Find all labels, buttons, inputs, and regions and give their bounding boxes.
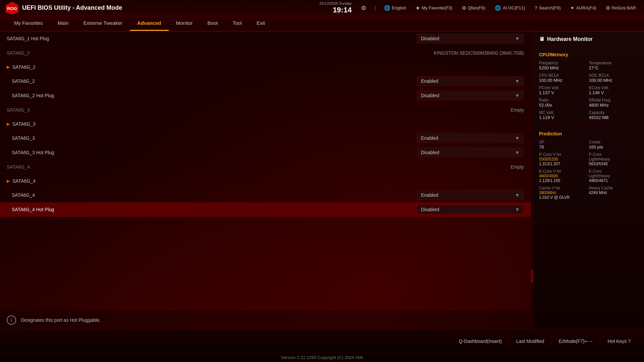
sata6g3-hotplug-value: Disabled <box>421 150 439 155</box>
nav-favorites[interactable]: My Favorites <box>7 16 50 31</box>
hw-freq-value: 5200 MHz <box>539 65 589 70</box>
section-sata6g2[interactable]: ▶ SATA6G_2 <box>0 60 531 74</box>
footer: Q-Dashboard(Insert) Last Modified EzMode… <box>0 329 644 353</box>
hw-col-socbclk: SOC BCLK 100.00 MHz <box>589 73 639 83</box>
sata6g1-hotplug-dropdown[interactable]: Disabled ▼ <box>417 34 524 44</box>
hw-ecore-v-for-freq: 4600/4600 <box>539 174 589 178</box>
hw-col-mcvolt: MC Volt. 1.119 V <box>539 110 589 120</box>
tool-aura[interactable]: ✦ AURA(F4) <box>568 4 599 12</box>
hw-cache-v-for-freq: 3800MHz <box>539 190 589 195</box>
sata6g4-dropdown[interactable]: Enabled ▼ <box>417 190 524 200</box>
hw-heavy-cache-value: 4249 MHz <box>589 190 639 195</box>
hw-pcore-lh-value: 5633/5345 <box>589 162 639 166</box>
hw-pcore-v-for-value: 1.313/1.207 <box>539 162 589 166</box>
sata6g2-label: SATA6G_2 <box>12 78 417 84</box>
sata6g2-hotplug-value: Disabled <box>421 93 439 98</box>
hw-pcore-v-for-label: P-Core V for <box>539 152 589 157</box>
footer-container: Q-Dashboard(Insert) Last Modified EzMode… <box>0 329 644 362</box>
sata6g3-hotplug-dropdown[interactable]: Disabled ▼ <box>417 147 524 158</box>
setting-sata6g4-info: SATA6G_4 Empty <box>0 160 531 174</box>
scrollbar-track[interactable] <box>531 32 533 329</box>
section-sata6g3[interactable]: ▶ SATA6G_3 <box>0 117 531 131</box>
hw-cooler-value: 165 pts <box>589 144 639 149</box>
tool-search[interactable]: ? Search(F9) <box>532 4 563 12</box>
nav-exit[interactable]: Exit <box>249 16 272 31</box>
sata6g2-info-label: SATA6G_2 <box>7 50 434 56</box>
hw-heavy-cache-label: Heavy Cache <box>589 186 639 190</box>
hw-ecorevolt-label: ECore Volt. <box>589 85 639 90</box>
footer-buttons: Q-Dashboard(Insert) Last Modified EzMode… <box>452 336 637 347</box>
hw-monitor-title-text: Hardware Monitor <box>547 36 593 42</box>
nav-monitor[interactable]: Monitor <box>169 16 200 31</box>
resize-icon: ⚙ <box>606 5 610 11</box>
hw-row-cache-v: Cache V for 3800MHz 1.010 V @ DLVR Heavy… <box>539 186 639 200</box>
section-sata6g4[interactable]: ▶ SATA6G_4 <box>0 174 531 188</box>
version-text: Version 2.22.1295 Copyright (C) 2024 AMI <box>281 355 363 360</box>
nav-main[interactable]: Main <box>50 16 76 31</box>
hw-dramfreq-label: DRAM Freq. <box>589 98 639 103</box>
footer-qdashboard[interactable]: Q-Dashboard(Insert) <box>452 336 509 347</box>
sata6g4-section-label: SATA6G_4 <box>12 178 524 184</box>
hw-temp-label: Temperature <box>589 61 639 65</box>
settings-list: SATA6G_1 Hot Plug Disabled ▼ SATA6G_2 KI… <box>0 32 531 310</box>
hw-ratio-value: 52.00x <box>539 103 589 108</box>
sata6g4-hotplug-dropdown[interactable]: Disabled ▼ <box>417 204 524 215</box>
footer-ezmode[interactable]: EzMode(F7)⊢→ <box>552 336 600 347</box>
hw-col-dramfreq: DRAM Freq. 4800 MHz <box>589 98 639 108</box>
tool-aioc[interactable]: 🌐 AI OC(F11) <box>492 4 528 12</box>
sata6g2-dropdown[interactable]: Enabled ▼ <box>417 76 524 86</box>
hw-pcore-lh-label: P-Core <box>589 152 639 157</box>
ai-icon: 🌐 <box>495 5 501 11</box>
sata6g2-info-value: KINGSTON SEDC500M3840G (3840.7GB) <box>434 50 524 56</box>
tool-qfan[interactable]: ⚙ Qfan(F6) <box>459 4 488 12</box>
sata6g3-value: Enabled <box>421 135 438 141</box>
question-icon: ? <box>534 5 537 11</box>
footer-hotkeys[interactable]: Hot Keys ? <box>601 336 637 347</box>
hw-row-ratio-dram: Ratio 52.00x DRAM Freq. 4800 MHz <box>539 98 639 108</box>
sata6g3-dropdown[interactable]: Enabled ▼ <box>417 133 524 143</box>
sata6g3-section-label: SATA6G_3 <box>12 121 524 127</box>
setting-sata6g4[interactable]: SATA6G_4 Enabled ▼ <box>0 188 531 202</box>
nav-tool[interactable]: Tool <box>225 16 249 31</box>
hw-freq-label: Frequency <box>539 61 589 65</box>
hw-capacity-label: Capacity <box>589 110 639 115</box>
hw-col-sp: SP 78 <box>539 140 589 149</box>
hw-pcorevolt-value: 1.137 V <box>539 90 589 95</box>
svg-text:ROG: ROG <box>7 6 17 11</box>
setting-sata6g2-hotplug[interactable]: SATA6G_2 Hot Plug Disabled ▼ <box>0 88 531 103</box>
setting-sata6g4-hotplug[interactable]: SATA6G_4 Hot Plug Disabled ▼ <box>0 202 531 217</box>
hw-col-ratio: Ratio 52.00x <box>539 98 589 108</box>
sata6g2-hotplug-dropdown[interactable]: Disabled ▼ <box>417 90 524 101</box>
nav-boot[interactable]: Boot <box>200 16 225 31</box>
footer-lastmodified[interactable]: Last Modified <box>509 336 551 347</box>
hw-ecore-lh-value: 4965/4671 <box>589 178 639 183</box>
scrollbar-thumb[interactable] <box>531 269 534 283</box>
hw-cpubclk-label: CPU BCLK <box>539 73 589 78</box>
hw-col-pcore-v-for: P-Core V for 5500/5200 1.313/1.207 <box>539 152 589 166</box>
hw-temp-value: 27°C <box>589 65 639 70</box>
hw-pcorevolt-label: PCore Volt. <box>539 85 589 90</box>
hw-ecore-lh-label2: Light/Heavy <box>589 174 639 178</box>
settings-panel: SATA6G_1 Hot Plug Disabled ▼ SATA6G_2 KI… <box>0 32 531 329</box>
setting-sata6g2[interactable]: SATA6G_2 Enabled ▼ <box>0 74 531 88</box>
main-content: SATA6G_1 Hot Plug Disabled ▼ SATA6G_2 KI… <box>0 32 644 329</box>
tool-myfavorite[interactable]: ★ My Favorite(F3) <box>413 4 455 12</box>
hw-cpubclk-value: 100.00 MHz <box>539 78 589 83</box>
tool-english[interactable]: 🌐 English <box>381 4 409 12</box>
dropdown-arrow-icon: ▼ <box>515 93 520 98</box>
separator1: | <box>374 5 376 11</box>
setting-sata6g1-hotplug[interactable]: SATA6G_1 Hot Plug Disabled ▼ <box>0 32 531 46</box>
hw-mcvolt-value: 1.119 V <box>539 115 589 120</box>
tool-resizerbar[interactable]: ⚙ ReSize BAR <box>603 4 639 12</box>
datetime: 01/12/2025 Sunday 19:14 <box>320 1 352 15</box>
setting-sata6g3-hotplug[interactable]: SATA6G_3 Hot Plug Disabled ▼ <box>0 145 531 160</box>
nav-advanced[interactable]: Advanced <box>130 16 169 31</box>
sata6g3-info-label: SATA6G_3 <box>7 107 511 113</box>
hw-socbclk-label: SOC BCLK <box>589 73 639 78</box>
nav-extreme[interactable]: Extreme Tweaker <box>76 16 129 31</box>
hw-ecore-v-for-label: E-Core V for <box>539 169 589 174</box>
hw-dramfreq-value: 4800 MHz <box>589 103 639 108</box>
settings-icon[interactable]: ⚙ <box>361 4 366 12</box>
expand-arrow-icon: ▶ <box>7 65 10 69</box>
setting-sata6g3[interactable]: SATA6G_3 Enabled ▼ <box>0 131 531 145</box>
